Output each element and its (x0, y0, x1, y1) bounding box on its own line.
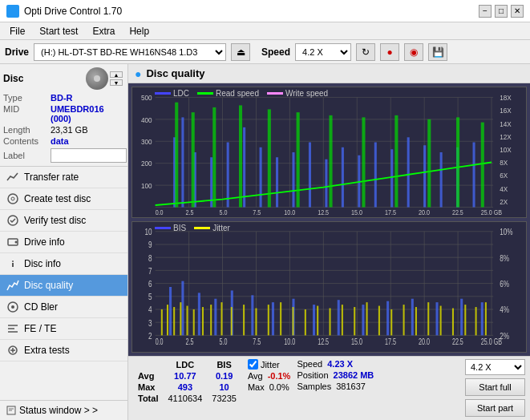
ldc-bis-stats: LDC BIS Avg 10.77 0.19 Max 493 (133, 359, 241, 404)
nav-label-transfer-rate: Transfer rate (24, 172, 79, 183)
svg-text:8X: 8X (500, 158, 508, 167)
svg-rect-167 (292, 307, 293, 335)
jitter-avg-val: -0.1% (268, 371, 291, 381)
mid-value: UMEBDR016 (000) (51, 104, 124, 123)
start-full-button[interactable]: Start full (465, 378, 525, 396)
svg-text:2.5: 2.5 (185, 337, 193, 347)
bis-header: BIS (207, 359, 241, 370)
svg-rect-155 (173, 307, 175, 335)
menu-start-test[interactable]: Start test (33, 25, 84, 38)
jitter-checkbox[interactable] (248, 359, 258, 370)
svg-text:17.5: 17.5 (385, 337, 396, 347)
svg-point-5 (12, 260, 14, 262)
svg-rect-150 (435, 302, 438, 335)
refresh-button[interactable]: ↻ (356, 43, 375, 61)
bis-chart: BIS Jitter (131, 221, 527, 353)
svg-rect-143 (272, 302, 274, 335)
svg-text:5.0: 5.0 (219, 209, 227, 217)
quality-icon (6, 279, 19, 292)
svg-rect-183 (485, 302, 487, 335)
svg-text:6%: 6% (500, 279, 509, 289)
svg-rect-168 (305, 309, 306, 335)
speed-dropdown[interactable]: 4.2 X (465, 359, 525, 375)
sidebar-item-transfer-rate[interactable]: Transfer rate (0, 167, 127, 188)
disc-up-button[interactable]: ▲ (110, 71, 123, 78)
disc-down-button[interactable]: ▼ (110, 79, 123, 86)
eject-button[interactable]: ⏏ (231, 43, 250, 61)
speed-select-toolbar[interactable]: 4.2 X (295, 43, 351, 61)
ldc-legend-color (155, 92, 171, 95)
label-label: Label (3, 151, 47, 160)
terminal-icon (6, 406, 16, 415)
svg-rect-180 (452, 309, 454, 336)
ldc-chart-legend: LDC Read speed Write speed (155, 89, 328, 98)
svg-text:20.0: 20.0 (419, 209, 430, 217)
svg-rect-77 (440, 152, 443, 208)
svg-rect-157 (187, 306, 188, 336)
bis-chart-legend: BIS Jitter (155, 224, 230, 232)
svg-text:8: 8 (148, 252, 152, 263)
read-speed-legend-color (197, 92, 213, 95)
read-button[interactable]: ● (380, 43, 399, 61)
minimize-button[interactable]: − (479, 5, 492, 18)
svg-rect-170 (330, 309, 331, 336)
svg-text:12X: 12X (500, 132, 512, 141)
sidebar-item-verify-test-disc[interactable]: Verify test disc (0, 210, 127, 232)
jitter-section: Jitter Avg -0.1% Max 0.0% (248, 359, 291, 392)
write-speed-legend-label: Write speed (285, 89, 328, 98)
sidebar-item-create-test-disc[interactable]: Create test disc (0, 188, 127, 210)
svg-rect-181 (464, 305, 466, 335)
svg-text:0.0: 0.0 (156, 337, 164, 347)
write-button[interactable]: ◉ (404, 43, 423, 61)
save-button[interactable]: 💾 (428, 43, 447, 61)
start-part-button[interactable]: Start part (465, 399, 525, 417)
sidebar-item-drive-info[interactable]: Drive info (0, 232, 127, 253)
sidebar-item-extra-tests[interactable]: Extra tests (0, 340, 127, 361)
svg-text:15.0: 15.0 (351, 209, 362, 217)
menu-help[interactable]: Help (123, 25, 156, 38)
sidebar-item-disc-info[interactable]: Disc info (0, 253, 127, 275)
position-value: 23862 MB (334, 370, 374, 380)
svg-rect-69 (309, 143, 311, 208)
svg-rect-71 (342, 147, 344, 208)
svg-text:10.0: 10.0 (284, 337, 295, 347)
title-bar: Opti Drive Control 1.70 − □ ✕ (0, 0, 530, 22)
svg-rect-176 (403, 305, 405, 335)
close-button[interactable]: ✕ (511, 5, 524, 18)
ldc-header: LDC (163, 359, 207, 370)
total-label: Total (133, 393, 163, 404)
samples-value: 381637 (336, 382, 366, 391)
window-controls: − □ ✕ (479, 5, 524, 18)
status-window-button[interactable]: Status window > > (0, 400, 127, 420)
drive-select[interactable]: (H:) HL-DT-ST BD-RE WH16NS48 1.D3 (34, 43, 226, 61)
total-bis: 73235 (207, 393, 241, 404)
svg-rect-174 (378, 306, 380, 336)
svg-rect-172 (354, 307, 355, 335)
sidebar-item-fe-te[interactable]: FE / TE (0, 318, 127, 340)
sidebar-item-cd-bler[interactable]: CD Bler (0, 297, 127, 318)
svg-rect-80 (175, 103, 178, 208)
menu-extra[interactable]: Extra (86, 25, 121, 38)
stats-panel: LDC BIS Avg 10.77 0.19 Max 493 (128, 356, 530, 420)
svg-text:200: 200 (141, 160, 152, 168)
info-icon (6, 257, 19, 270)
svg-text:10%: 10% (500, 227, 512, 237)
svg-rect-163 (243, 305, 245, 335)
svg-rect-86 (330, 115, 333, 208)
svg-text:10.0: 10.0 (284, 209, 295, 217)
label-input[interactable] (51, 148, 127, 163)
type-label: Type (3, 93, 47, 103)
nav-label-create-test-disc: Create test disc (24, 193, 91, 204)
svg-text:4: 4 (148, 305, 152, 315)
max-ldc: 493 (163, 382, 207, 393)
svg-rect-166 (280, 302, 281, 335)
nav-label-fe-te: FE / TE (24, 323, 56, 334)
jitter-avg-label: Avg (248, 371, 263, 381)
svg-rect-61 (181, 117, 184, 207)
jitter-max-label: Max (248, 382, 265, 392)
menu-file[interactable]: File (3, 25, 31, 38)
svg-text:25.0 GB: 25.0 GB (481, 209, 502, 217)
sidebar-item-disc-quality[interactable]: Disc quality (0, 275, 127, 297)
nav-label-disc-info: Disc info (24, 258, 61, 269)
maximize-button[interactable]: □ (495, 5, 508, 18)
